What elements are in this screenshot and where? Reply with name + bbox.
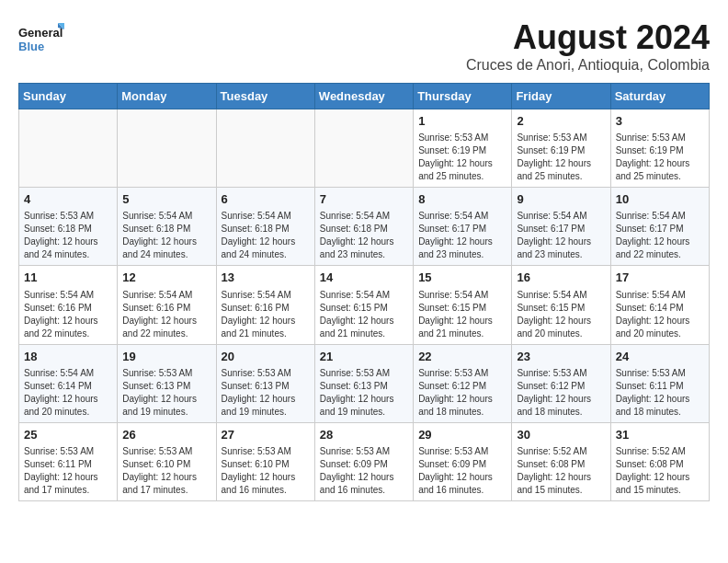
day-info: Sunrise: 5:52 AM Sunset: 6:08 PM Dayligh… [616,445,704,497]
day-number: 26 [122,427,210,443]
calendar-cell: 21Sunrise: 5:53 AM Sunset: 6:13 PM Dayli… [314,344,413,422]
day-info: Sunrise: 5:53 AM Sunset: 6:13 PM Dayligh… [320,367,408,419]
calendar-cell: 3Sunrise: 5:53 AM Sunset: 6:19 PM Daylig… [610,109,709,188]
calendar-cell: 16Sunrise: 5:54 AM Sunset: 6:15 PM Dayli… [512,266,610,344]
day-number: 22 [418,349,506,365]
calendar-cell: 25Sunrise: 5:53 AM Sunset: 6:11 PM Dayli… [19,422,118,500]
calendar-cell: 30Sunrise: 5:52 AM Sunset: 6:08 PM Dayli… [512,422,610,500]
day-info: Sunrise: 5:54 AM Sunset: 6:17 PM Dayligh… [616,210,704,261]
calendar-cell: 26Sunrise: 5:53 AM Sunset: 6:10 PM Dayli… [118,422,216,500]
day-info: Sunrise: 5:54 AM Sunset: 6:14 PM Dayligh… [616,289,704,340]
day-number: 20 [222,349,310,365]
day-info: Sunrise: 5:54 AM Sunset: 6:15 PM Dayligh… [517,289,605,340]
week-row-4: 18Sunrise: 5:54 AM Sunset: 6:14 PM Dayli… [19,344,710,422]
calendar-cell: 27Sunrise: 5:53 AM Sunset: 6:10 PM Dayli… [216,422,314,500]
day-number: 9 [517,191,605,208]
day-info: Sunrise: 5:54 AM Sunset: 6:18 PM Dayligh… [122,210,210,261]
svg-text:General: General [18,26,63,40]
calendar-cell [118,109,216,188]
calendar-cell: 9Sunrise: 5:54 AM Sunset: 6:17 PM Daylig… [512,188,610,266]
calendar-cell: 17Sunrise: 5:54 AM Sunset: 6:14 PM Dayli… [610,266,709,344]
header-row: SundayMondayTuesdayWednesdayThursdayFrid… [19,84,710,109]
day-info: Sunrise: 5:52 AM Sunset: 6:08 PM Dayligh… [517,445,605,497]
calendar-cell: 19Sunrise: 5:53 AM Sunset: 6:13 PM Dayli… [118,344,216,422]
day-number: 12 [122,270,210,286]
calendar-cell: 13Sunrise: 5:54 AM Sunset: 6:16 PM Dayli… [216,266,314,344]
calendar-cell [314,109,413,188]
calendar-cell: 24Sunrise: 5:53 AM Sunset: 6:11 PM Dayli… [610,344,709,422]
day-number: 29 [418,427,506,443]
col-header-tuesday: Tuesday [216,84,314,109]
calendar-cell: 28Sunrise: 5:53 AM Sunset: 6:09 PM Dayli… [314,422,413,500]
day-info: Sunrise: 5:53 AM Sunset: 6:19 PM Dayligh… [418,132,506,183]
day-info: Sunrise: 5:54 AM Sunset: 6:16 PM Dayligh… [122,289,210,340]
calendar-cell: 10Sunrise: 5:54 AM Sunset: 6:17 PM Dayli… [610,188,709,266]
col-header-saturday: Saturday [610,84,709,109]
day-number: 10 [616,191,704,208]
day-info: Sunrise: 5:53 AM Sunset: 6:11 PM Dayligh… [616,367,704,419]
day-number: 13 [222,270,310,286]
calendar-cell: 23Sunrise: 5:53 AM Sunset: 6:12 PM Dayli… [512,344,610,422]
day-info: Sunrise: 5:54 AM Sunset: 6:14 PM Dayligh… [24,367,112,419]
calendar-cell: 20Sunrise: 5:53 AM Sunset: 6:13 PM Dayli… [216,344,314,422]
day-number: 30 [517,427,605,443]
day-number: 14 [320,270,408,286]
logo-svg: General Blue [18,18,64,60]
title-area: August 2024 Cruces de Anori, Antioquia, … [466,18,710,74]
calendar-cell [216,109,314,188]
col-header-thursday: Thursday [414,84,512,109]
day-number: 23 [517,349,605,365]
day-number: 27 [222,427,310,443]
day-info: Sunrise: 5:54 AM Sunset: 6:16 PM Dayligh… [24,289,112,340]
day-number: 7 [320,191,408,208]
day-info: Sunrise: 5:54 AM Sunset: 6:16 PM Dayligh… [222,289,310,340]
calendar-cell: 14Sunrise: 5:54 AM Sunset: 6:15 PM Dayli… [314,266,413,344]
day-info: Sunrise: 5:53 AM Sunset: 6:11 PM Dayligh… [24,445,112,497]
day-number: 2 [517,113,605,130]
day-number: 5 [122,191,210,208]
col-header-monday: Monday [118,84,216,109]
page-title: August 2024 [466,18,710,57]
calendar-cell [19,109,118,188]
day-info: Sunrise: 5:53 AM Sunset: 6:13 PM Dayligh… [222,367,310,419]
day-number: 19 [122,349,210,365]
col-header-friday: Friday [512,84,610,109]
day-number: 24 [616,349,704,365]
calendar-cell: 5Sunrise: 5:54 AM Sunset: 6:18 PM Daylig… [118,188,216,266]
svg-text:Blue: Blue [18,40,44,53]
day-info: Sunrise: 5:54 AM Sunset: 6:17 PM Dayligh… [418,210,506,261]
day-info: Sunrise: 5:54 AM Sunset: 6:18 PM Dayligh… [222,210,310,261]
day-number: 21 [320,349,408,365]
calendar-cell: 18Sunrise: 5:54 AM Sunset: 6:14 PM Dayli… [19,344,118,422]
header: General Blue August 2024 Cruces de Anori… [18,18,710,74]
day-number: 3 [616,113,704,130]
calendar-cell: 11Sunrise: 5:54 AM Sunset: 6:16 PM Dayli… [19,266,118,344]
week-row-3: 11Sunrise: 5:54 AM Sunset: 6:16 PM Dayli… [19,266,710,344]
calendar-cell: 12Sunrise: 5:54 AM Sunset: 6:16 PM Dayli… [118,266,216,344]
day-number: 1 [418,113,506,130]
day-info: Sunrise: 5:53 AM Sunset: 6:12 PM Dayligh… [517,367,605,419]
calendar-table: SundayMondayTuesdayWednesdayThursdayFrid… [18,83,710,501]
calendar-cell: 6Sunrise: 5:54 AM Sunset: 6:18 PM Daylig… [216,188,314,266]
col-header-sunday: Sunday [19,84,118,109]
day-info: Sunrise: 5:54 AM Sunset: 6:15 PM Dayligh… [320,289,408,340]
day-number: 17 [616,270,704,286]
day-info: Sunrise: 5:53 AM Sunset: 6:12 PM Dayligh… [418,367,506,419]
logo: General Blue [18,18,64,60]
week-row-2: 4Sunrise: 5:53 AM Sunset: 6:18 PM Daylig… [19,188,710,266]
day-number: 16 [517,270,605,286]
calendar-cell: 1Sunrise: 5:53 AM Sunset: 6:19 PM Daylig… [414,109,512,188]
calendar-cell: 8Sunrise: 5:54 AM Sunset: 6:17 PM Daylig… [414,188,512,266]
day-info: Sunrise: 5:53 AM Sunset: 6:18 PM Dayligh… [24,210,112,261]
calendar-cell: 7Sunrise: 5:54 AM Sunset: 6:18 PM Daylig… [314,188,413,266]
week-row-5: 25Sunrise: 5:53 AM Sunset: 6:11 PM Dayli… [19,422,710,500]
day-info: Sunrise: 5:54 AM Sunset: 6:15 PM Dayligh… [418,289,506,340]
day-info: Sunrise: 5:54 AM Sunset: 6:17 PM Dayligh… [517,210,605,261]
page-subtitle: Cruces de Anori, Antioquia, Colombia [466,57,710,74]
week-row-1: 1Sunrise: 5:53 AM Sunset: 6:19 PM Daylig… [19,109,710,188]
day-number: 4 [24,191,112,208]
day-info: Sunrise: 5:53 AM Sunset: 6:19 PM Dayligh… [616,132,704,183]
day-info: Sunrise: 5:53 AM Sunset: 6:19 PM Dayligh… [517,132,605,183]
day-info: Sunrise: 5:53 AM Sunset: 6:09 PM Dayligh… [418,445,506,497]
day-info: Sunrise: 5:53 AM Sunset: 6:10 PM Dayligh… [122,445,210,497]
